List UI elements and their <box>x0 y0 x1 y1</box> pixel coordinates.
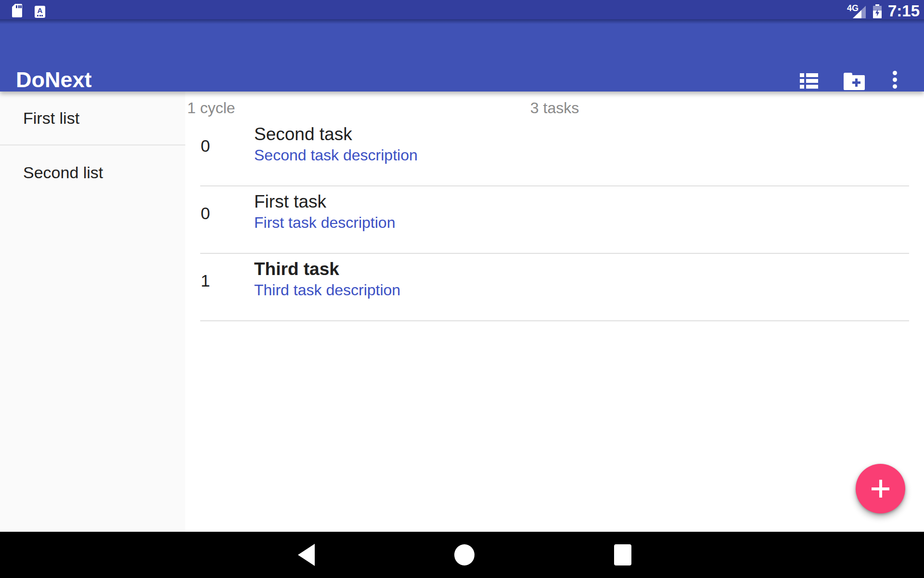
home-button[interactable] <box>436 532 493 578</box>
task-count-label: 3 tasks <box>185 99 924 117</box>
task-title: First task <box>254 192 326 212</box>
back-icon <box>298 544 315 566</box>
task-cycle-count: 1 <box>201 271 210 290</box>
task-row[interactable]: 0 First task First task description <box>200 186 909 254</box>
view-list-button[interactable] <box>796 67 822 94</box>
task-panel: 1 cycle 3 tasks 0 Second task Second tas… <box>185 92 924 532</box>
task-row[interactable]: 1 Third task Third task description <box>200 254 909 321</box>
sidebar: First list Second list <box>0 92 185 532</box>
recents-icon <box>614 544 631 565</box>
back-button[interactable] <box>277 532 335 578</box>
sidebar-item-label: First list <box>23 109 79 128</box>
status-bar: A 4G 7:15 <box>0 0 924 19</box>
sidebar-item-first-list[interactable]: First list <box>0 92 185 145</box>
task-description: Third task description <box>254 281 400 299</box>
task-panel-header: 1 cycle 3 tasks <box>185 92 924 119</box>
new-folder-button[interactable] <box>841 67 868 94</box>
app-title: DoNext <box>16 67 92 92</box>
app-bar: DoNext <box>0 19 924 92</box>
task-cycle-count: 0 <box>201 204 210 223</box>
home-icon <box>454 544 475 565</box>
navigation-bar <box>0 532 924 578</box>
new-folder-icon <box>844 72 865 90</box>
task-cycle-count: 0 <box>201 136 210 156</box>
task-row[interactable]: 0 Second task Second task description <box>200 119 909 186</box>
task-description: Second task description <box>254 146 418 164</box>
keyboard-icon-letter: A <box>35 6 45 15</box>
sidebar-item-second-list[interactable]: Second list <box>0 145 185 199</box>
keyboard-icon: A <box>35 6 45 18</box>
signal-strength-icon <box>853 6 866 18</box>
status-bar-clock: 7:15 <box>888 2 920 20</box>
overflow-menu-icon <box>893 71 898 91</box>
view-list-icon <box>800 73 818 89</box>
task-description: First task description <box>254 214 395 232</box>
task-list: 0 Second task Second task description 0 … <box>200 119 909 321</box>
add-task-fab[interactable] <box>856 464 905 513</box>
screen: A 4G 7:15 DoNext <box>0 0 924 578</box>
task-title: Third task <box>254 259 339 279</box>
status-bar-shadow <box>0 19 924 24</box>
plus-icon <box>879 480 882 498</box>
recents-button[interactable] <box>594 532 652 578</box>
sidebar-item-label: Second list <box>23 163 103 182</box>
task-title: Second task <box>254 124 352 144</box>
overflow-menu-button[interactable] <box>882 67 909 94</box>
sd-card-icon <box>12 4 22 17</box>
battery-charging-icon <box>873 4 882 18</box>
